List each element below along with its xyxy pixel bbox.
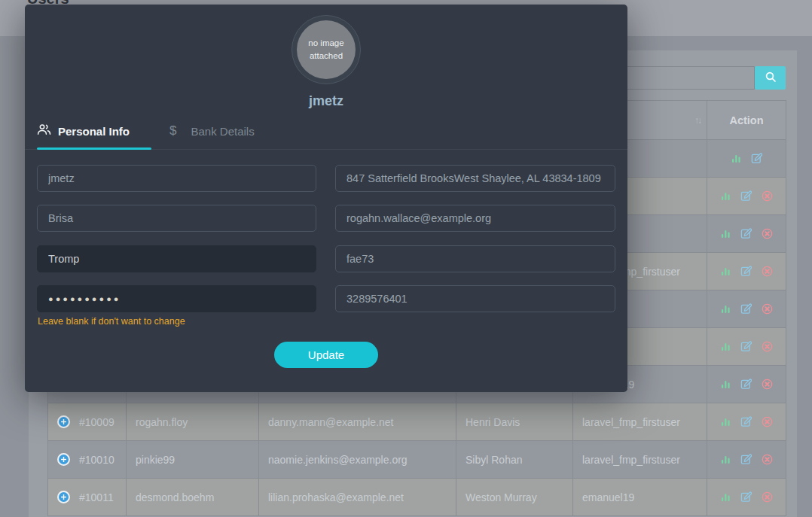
edit-icon[interactable] xyxy=(740,416,752,427)
stats-bar-chart-icon[interactable] xyxy=(731,154,741,163)
edit-icon[interactable] xyxy=(740,454,752,465)
cell-username: rogahn.floy xyxy=(127,403,259,441)
cell-registered-to: laravel_fmp_firstuser xyxy=(573,403,707,441)
search-button[interactable] xyxy=(755,66,786,90)
email-input[interactable] xyxy=(335,205,615,232)
edit-icon[interactable] xyxy=(751,153,762,164)
table-row: #10011 desmond.boehm lilian.prohaska@exa… xyxy=(48,479,786,516)
edit-user-modal: no image attached jmetz Personal Info $ … xyxy=(25,5,627,392)
edit-icon[interactable] xyxy=(740,379,752,390)
phone-input[interactable] xyxy=(335,285,615,312)
update-button[interactable]: Update xyxy=(274,342,378,368)
cell-email: danny.mann@example.net xyxy=(259,403,456,441)
stats-bar-chart-icon[interactable] xyxy=(721,229,731,239)
cell-username: pinkie99 xyxy=(127,441,259,479)
cell-id: #10011 xyxy=(79,491,114,503)
delete-icon[interactable] xyxy=(762,190,773,202)
delete-icon[interactable] xyxy=(762,341,773,352)
delete-icon[interactable] xyxy=(762,491,773,503)
cell-username: desmond.boehm xyxy=(127,479,259,516)
stats-bar-chart-icon[interactable] xyxy=(721,417,731,427)
table-row: #10010 pinkie99 naomie.jenkins@example.o… xyxy=(48,441,786,479)
expand-plus-icon[interactable] xyxy=(57,415,70,428)
stats-bar-chart-icon[interactable] xyxy=(721,191,731,201)
expand-plus-icon[interactable] xyxy=(57,453,70,466)
delete-icon[interactable] xyxy=(762,454,773,465)
delete-icon[interactable] xyxy=(762,379,773,390)
cell-email: naomie.jenkins@example.org xyxy=(259,441,456,479)
active-tab-underline xyxy=(37,147,151,150)
header-action: Action xyxy=(707,101,786,140)
cell-name: Sibyl Rohan xyxy=(456,441,573,479)
tab-bank-details-label: Bank Details xyxy=(191,125,254,138)
delete-icon[interactable] xyxy=(762,303,773,315)
expand-plus-icon[interactable] xyxy=(57,491,70,503)
cell-id: #10010 xyxy=(79,454,114,466)
cell-registered-to: emanuel19 xyxy=(573,479,707,516)
password-hint: Leave blank if don't want to change xyxy=(38,316,185,327)
sort-arrows-icon[interactable]: ↑↓ xyxy=(694,115,701,126)
address-input[interactable] xyxy=(335,165,615,192)
username-input[interactable] xyxy=(37,165,316,192)
cell-email: lilian.prohaska@example.net xyxy=(259,479,456,516)
edit-icon[interactable] xyxy=(740,228,752,239)
edit-icon[interactable] xyxy=(740,190,752,202)
edit-icon[interactable] xyxy=(740,341,752,352)
search-icon xyxy=(765,71,777,85)
edit-icon[interactable] xyxy=(740,303,752,315)
dollar-icon: $ xyxy=(169,123,176,138)
delete-icon[interactable] xyxy=(762,266,773,277)
no-image-text: no image attached xyxy=(303,37,350,63)
edit-icon[interactable] xyxy=(740,266,752,277)
cell-id: #10009 xyxy=(79,416,114,428)
table-row: #10009 rogahn.floy danny.mann@example.ne… xyxy=(48,403,786,441)
stats-bar-chart-icon[interactable] xyxy=(721,455,731,464)
delete-icon[interactable] xyxy=(762,228,773,239)
cell-name: Henri Davis xyxy=(456,403,573,441)
stats-bar-chart-icon[interactable] xyxy=(721,379,731,389)
stats-bar-chart-icon[interactable] xyxy=(721,304,731,314)
password-input[interactable] xyxy=(37,285,316,312)
no-image-placeholder: no image attached xyxy=(297,20,356,79)
modal-tabs: Personal Info $ Bank Details xyxy=(37,123,255,138)
last-name-input[interactable] xyxy=(37,245,316,272)
stats-bar-chart-icon[interactable] xyxy=(721,492,731,502)
modal-avatar: no image attached xyxy=(292,15,361,84)
people-icon xyxy=(37,123,51,138)
cell-name: Weston Murray xyxy=(456,479,573,516)
first-name-input[interactable] xyxy=(37,205,316,232)
edit-icon[interactable] xyxy=(740,491,752,503)
tab-personal-info-label: Personal Info xyxy=(58,125,130,138)
stats-bar-chart-icon[interactable] xyxy=(721,342,731,351)
stats-bar-chart-icon[interactable] xyxy=(721,266,731,276)
modal-title: jmetz xyxy=(25,93,627,109)
cell-registered-to: laravel_fmp_firstuser xyxy=(573,441,707,479)
tab-bank-details[interactable]: $ Bank Details xyxy=(151,123,255,138)
tab-personal-info[interactable]: Personal Info xyxy=(37,123,151,138)
delete-icon[interactable] xyxy=(762,416,773,427)
code-input[interactable] xyxy=(335,245,615,272)
